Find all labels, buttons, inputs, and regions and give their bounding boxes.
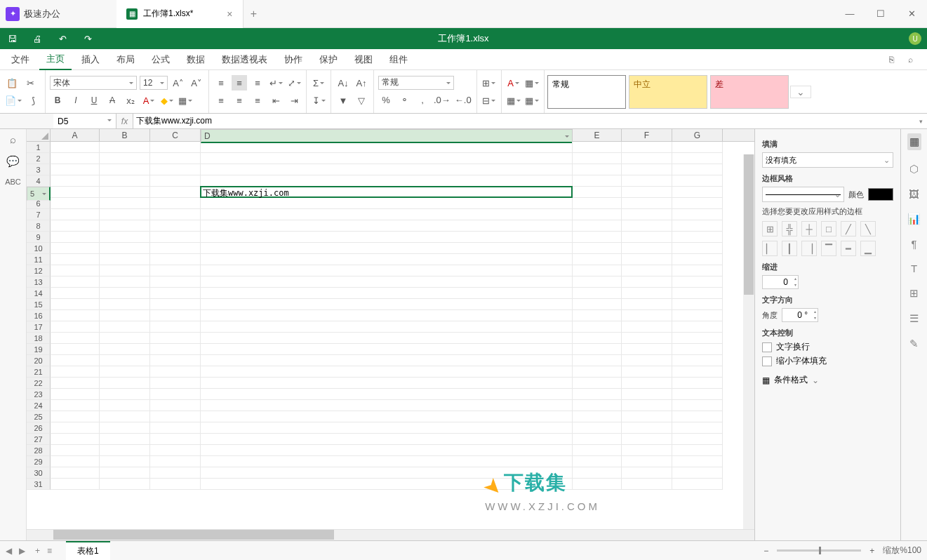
minimize-button[interactable]: — — [834, 0, 865, 28]
cell[interactable] — [51, 434, 100, 445]
border-top-button[interactable]: ▔ — [821, 241, 836, 256]
cell[interactable] — [622, 220, 672, 232]
zoom-out-button[interactable]: − — [763, 546, 768, 556]
clear-filter-button[interactable]: ▽ — [354, 93, 369, 108]
indent-spin[interactable]: 0 — [762, 275, 799, 289]
cell[interactable] — [100, 276, 150, 288]
align-center-button[interactable]: ≡ — [232, 93, 247, 108]
cell[interactable] — [622, 321, 672, 333]
cell[interactable] — [51, 153, 100, 164]
cell[interactable] — [672, 299, 723, 310]
cell[interactable] — [573, 422, 622, 434]
border-bottom-button[interactable]: ▁ — [860, 241, 876, 256]
cell[interactable] — [622, 265, 672, 276]
cell[interactable] — [672, 288, 723, 299]
cell[interactable] — [150, 333, 201, 344]
print-icon[interactable]: 🖨 — [31, 34, 44, 44]
add-tab-button[interactable]: + — [244, 8, 265, 20]
prev-sheet-button[interactable]: ◀ — [6, 546, 12, 556]
row-header[interactable]: 4 — [27, 175, 51, 187]
wrap-button[interactable]: ↵ — [268, 75, 284, 91]
row-header[interactable]: 9 — [27, 232, 51, 243]
cell[interactable] — [573, 344, 622, 355]
cell[interactable] — [100, 434, 150, 445]
cell[interactable] — [573, 175, 622, 187]
cell[interactable] — [573, 333, 622, 344]
cell[interactable] — [573, 232, 622, 243]
cell[interactable] — [573, 366, 622, 378]
cell[interactable] — [150, 321, 201, 333]
cell[interactable] — [150, 378, 201, 389]
menu-components[interactable]: 组件 — [382, 50, 415, 69]
cell[interactable] — [672, 276, 723, 288]
row-header[interactable]: 24 — [27, 400, 51, 411]
row-header[interactable]: 8 — [27, 220, 51, 232]
cell[interactable] — [100, 232, 150, 243]
strike-button[interactable]: A — [105, 93, 120, 108]
row-header[interactable]: 10 — [27, 243, 51, 254]
row-header[interactable]: 13 — [27, 276, 51, 288]
fx-icon[interactable]: fx — [116, 114, 133, 128]
cell[interactable] — [150, 198, 201, 209]
cell[interactable] — [51, 456, 100, 467]
cell[interactable] — [51, 445, 100, 456]
cell[interactable] — [150, 175, 201, 187]
cell[interactable] — [573, 411, 622, 422]
cell[interactable] — [573, 164, 622, 175]
cell[interactable] — [100, 411, 150, 422]
cell[interactable] — [150, 366, 201, 378]
comments-icon[interactable]: 💬 — [6, 155, 20, 168]
cell[interactable] — [622, 232, 672, 243]
cell[interactable] — [201, 366, 573, 378]
sheet-list-button[interactable]: ≡ — [47, 546, 52, 556]
font-color-button[interactable]: A — [141, 93, 156, 108]
cell[interactable] — [573, 198, 622, 209]
cond-format-button[interactable]: A — [506, 75, 521, 91]
cell[interactable] — [201, 243, 573, 254]
wrap-check[interactable]: 文字换行 — [762, 341, 893, 353]
cell[interactable] — [51, 288, 100, 299]
cell[interactable] — [672, 411, 723, 422]
cell[interactable] — [150, 243, 201, 254]
border-inner-v-button[interactable]: ┼ — [801, 221, 817, 236]
cell[interactable] — [622, 254, 672, 265]
grid-body[interactable]: 1234567891011121314151617181920212223242… — [27, 142, 754, 529]
cell[interactable] — [573, 265, 622, 276]
row-header[interactable]: 19 — [27, 344, 51, 355]
cell[interactable] — [100, 422, 150, 434]
row-header[interactable]: 17 — [27, 321, 51, 333]
cell[interactable] — [100, 164, 150, 175]
cell[interactable] — [622, 299, 672, 310]
cell[interactable] — [201, 422, 573, 434]
cell[interactable] — [573, 434, 622, 445]
row-header[interactable]: 1 — [27, 142, 51, 153]
border-button[interactable]: ▦ — [178, 93, 193, 108]
cell[interactable] — [100, 467, 150, 479]
menu-data[interactable]: 数据 — [180, 50, 212, 69]
cell[interactable] — [622, 479, 672, 490]
cell[interactable] — [201, 467, 573, 479]
cell[interactable] — [201, 299, 573, 310]
cell[interactable] — [51, 479, 100, 490]
cell[interactable] — [201, 389, 573, 400]
row-header[interactable]: 23 — [27, 389, 51, 400]
slicer-icon[interactable]: ☰ — [909, 312, 919, 325]
cell[interactable] — [672, 434, 723, 445]
cell[interactable] — [573, 254, 622, 265]
angle-spin[interactable]: 0 ° — [782, 308, 818, 322]
col-header[interactable]: C — [150, 129, 201, 141]
cell[interactable] — [100, 243, 150, 254]
cell[interactable] — [672, 378, 723, 389]
cell[interactable] — [672, 142, 723, 153]
shapes-icon[interactable]: ⬡ — [909, 163, 919, 175]
cell[interactable] — [100, 445, 150, 456]
cell[interactable] — [51, 243, 100, 254]
sheet-tab[interactable]: 表格1 — [66, 541, 110, 560]
cell[interactable] — [150, 142, 201, 153]
cell[interactable] — [150, 209, 201, 220]
cell[interactable] — [51, 467, 100, 479]
style-bad[interactable]: 差 — [710, 75, 789, 109]
col-header[interactable]: F — [622, 129, 672, 141]
cell[interactable] — [100, 209, 150, 220]
cell[interactable] — [573, 310, 622, 321]
